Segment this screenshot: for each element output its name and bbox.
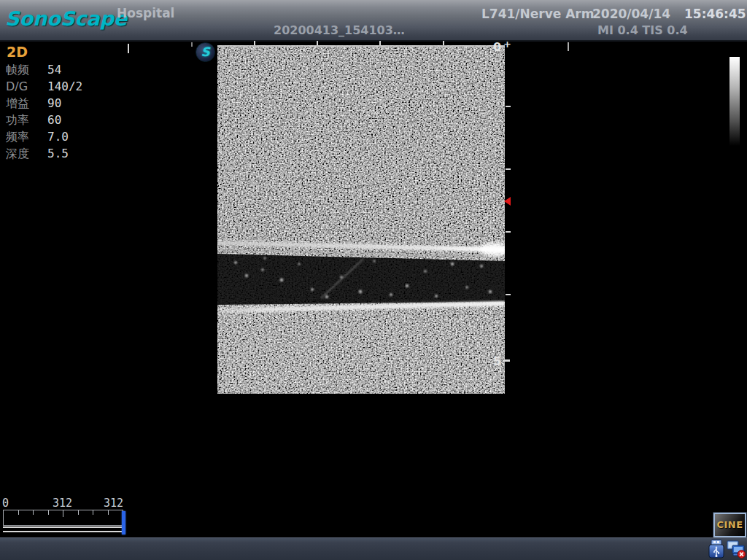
probe-preset-label: L741/Nerve Arm <box>481 7 594 21</box>
clock-time: 15:46:45 <box>684 7 746 21</box>
depth-tick-2 <box>506 168 511 170</box>
depth-scale-bottom-label: 5 <box>493 354 501 368</box>
sonoscape-logo: SonoScape <box>5 7 127 30</box>
param-label: 功率 <box>6 113 29 128</box>
right-boundary-tick <box>568 42 569 51</box>
acoustic-indices: MI 0.4 TIS 0.4 <box>597 23 688 37</box>
param-label: D/G <box>6 79 28 93</box>
exam-date: 2020/04/14 <box>592 7 670 21</box>
cine-position-marker[interactable] <box>122 511 125 534</box>
usb-icon[interactable] <box>708 540 724 559</box>
param-row-depth: 深度 5.5 <box>6 147 123 163</box>
param-row-frequency: 频率 7.0 <box>6 130 123 147</box>
frame-total-label: 312 <box>53 497 72 510</box>
param-value: 54 <box>47 63 61 77</box>
grayscale-bar <box>729 57 740 146</box>
param-label: 帧频 <box>6 63 29 78</box>
param-label: 频率 <box>6 130 29 145</box>
param-value: 140/2 <box>47 79 82 93</box>
param-row-dg: D/G 140/2 <box>6 79 123 96</box>
mode-label: 2D <box>7 44 28 60</box>
param-value: 7.0 <box>47 130 69 144</box>
cine-progress-track[interactable] <box>3 526 125 532</box>
cine-button[interactable]: CINE <box>713 513 746 537</box>
param-label: 增益 <box>6 96 29 112</box>
depth-scale-plus-tick: + <box>503 39 511 50</box>
ultrasound-screen: SonoScape Hospital L741/Nerve Arm 2020/0… <box>0 0 747 560</box>
param-row-power: 功率 60 <box>6 113 123 130</box>
depth-tick-4 <box>506 294 511 295</box>
network-disconnected-icon[interactable] <box>726 540 746 559</box>
param-value: 60 <box>47 113 61 127</box>
hospital-name: Hospital <box>117 6 174 20</box>
depth-tick-1 <box>506 106 511 107</box>
depth-scale-top-label: 0 <box>493 40 501 54</box>
frame-current-label: 312 <box>104 497 123 510</box>
cine-scrubber-ruler[interactable] <box>3 510 123 526</box>
taskbar <box>0 537 747 560</box>
param-label: 深度 <box>6 147 29 162</box>
param-row-gain: 增益 90 <box>6 96 123 113</box>
ultrasound-image <box>217 45 505 394</box>
param-row-frame-rate: 帧频 54 <box>6 63 123 79</box>
depth-tick-3 <box>506 231 511 233</box>
sonoscape-s-icon: S <box>196 42 215 62</box>
param-value: 90 <box>47 96 61 110</box>
frame-start-label: 0 <box>2 497 9 510</box>
header-bar: SonoScape Hospital L741/Nerve Arm 2020/0… <box>0 0 747 42</box>
left-boundary-tick <box>128 44 129 53</box>
depth-bottom-dash <box>503 359 510 362</box>
minor-tick <box>191 42 193 47</box>
patient-exam-id: 20200413_154103… <box>274 23 405 37</box>
param-value: 5.5 <box>47 147 69 160</box>
focus-marker-icon[interactable] <box>504 197 511 206</box>
